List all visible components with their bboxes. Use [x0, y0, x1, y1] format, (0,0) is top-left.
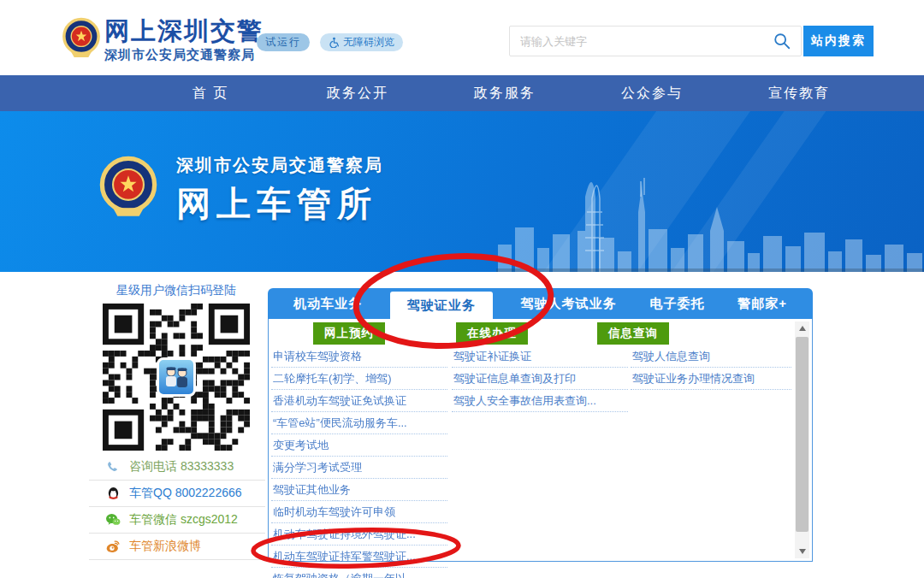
wechat-icon [104, 513, 121, 527]
section-header-info-query: 信息查询 [597, 322, 669, 345]
service-link[interactable]: 驾驶证信息单查询及打印 [452, 368, 628, 390]
service-panel-body: 网上预约 在线办理 信息查询 申请校车驾驶资格二轮摩托车(初学、增驾)香港机动车… [268, 319, 813, 562]
search-icon[interactable] [773, 32, 791, 50]
banner-brand: 深圳市公安局交通警察局 网上车管所 [96, 154, 383, 227]
phone-icon [104, 460, 121, 474]
site-title-block: 网上深圳交警 深圳市公安局交通警察局 [104, 17, 264, 63]
site-title: 网上深圳交警 [104, 17, 264, 45]
service-link[interactable]: 机动车驾驶证持境外驾驶证... [271, 523, 447, 546]
scroll-up-arrow[interactable] [795, 321, 809, 335]
wechat-login-title: 星级用户微信扫码登陆 [86, 283, 267, 298]
nav-item-public[interactable]: 公众参与 [578, 75, 726, 111]
banner-org-name: 深圳市公安局交通警察局 [176, 154, 383, 177]
nav-item-home[interactable]: 首 页 [137, 75, 284, 111]
banner-title: 网上车管所 [176, 180, 383, 227]
scroll-down-arrow[interactable] [795, 545, 809, 558]
qq-icon [104, 487, 121, 501]
city-skyline-graphic [496, 152, 924, 272]
site-search-button[interactable]: 站内搜索 [803, 26, 874, 56]
site-header: 网上深圳交警 深圳市公安局交通警察局 试运行 无障碍浏览 站内搜索 [0, 0, 924, 75]
nav-item-gov-service[interactable]: 政务服务 [431, 75, 578, 111]
scrollbar-thumb[interactable] [796, 337, 808, 532]
contact-qq[interactable]: 车管QQ 8002222666 [89, 481, 265, 507]
banner: 深圳市公安局交通警察局 网上车管所 [0, 111, 924, 272]
trial-run-badge: 试运行 [257, 33, 310, 51]
service-link[interactable]: 满分学习考试受理 [271, 457, 447, 479]
link-column-query: 驾驶人信息查询驾驶证业务办理情况查询 [631, 345, 791, 390]
service-link[interactable]: 二轮摩托车(初学、增驾) [271, 368, 447, 390]
main-nav: 首 页 政务公开 政务服务 公众参与 宣传教育 [0, 75, 924, 111]
search-input[interactable] [509, 26, 802, 56]
service-link[interactable]: 申请校车驾驶资格 [271, 345, 447, 368]
tab-e-delegation[interactable]: 电子委托 [644, 288, 709, 319]
section-header-online-handling: 在线办理 [456, 322, 528, 345]
section-header-online-booking: 网上预约 [313, 322, 385, 345]
contact-phone-label: 咨询电话 83333333 [129, 459, 234, 475]
contact-weibo-label: 车管新浪微博 [129, 539, 201, 554]
link-column-booking: 申请校车驾驶资格二轮摩托车(初学、增驾)香港机动车驾驶证免试换证“车管e站”便民… [271, 345, 447, 578]
accessibility-button[interactable]: 无障碍浏览 [320, 33, 403, 51]
page: 网上深圳交警 深圳市公安局交通警察局 试运行 无障碍浏览 站内搜索 首 页 政务… [0, 0, 924, 578]
weibo-icon [104, 540, 121, 553]
wheelchair-icon [329, 37, 340, 48]
link-column-handling: 驾驶证补证换证驾驶证信息单查询及打印驾驶人安全事故信用表查询... [452, 345, 628, 412]
contact-wechat[interactable]: 车管微信 szcgs2012 [89, 507, 265, 534]
qr-center-logo [157, 357, 196, 397]
traffic-police-mascots-icon [162, 364, 191, 390]
service-link[interactable]: “车管e站”便民流动服务车... [271, 412, 447, 434]
service-link[interactable]: 驾驶证补证换证 [452, 345, 628, 368]
contact-qq-label: 车管QQ 8002222666 [129, 486, 242, 501]
police-emblem-icon [96, 154, 161, 219]
contact-phone[interactable]: 咨询电话 83333333 [89, 454, 265, 481]
service-link[interactable]: 临时机动车驾驶许可申领 [271, 501, 447, 523]
contact-list: 咨询电话 83333333 车管QQ 8002222666 [89, 454, 265, 560]
service-link[interactable]: 变更考试地 [271, 434, 447, 457]
service-link[interactable]: 恢复驾驶资格（逾期一年以... [271, 568, 447, 578]
contact-weibo[interactable]: 车管新浪微博 [89, 534, 265, 560]
service-link[interactable]: 驾驶人安全事故信用表查询... [452, 390, 628, 412]
service-tabs: 机动车业务 驾驶证业务 驾驶人考试业务 电子委托 警邮家+ [268, 288, 813, 319]
service-panel: 机动车业务 驾驶证业务 驾驶人考试业务 电子委托 警邮家+ 网上预约 在线办理 … [268, 288, 813, 562]
tab-police-post[interactable]: 警邮家+ [732, 288, 792, 319]
service-link[interactable]: 驾驶证业务办理情况查询 [631, 368, 791, 390]
service-link[interactable]: 驾驶证其他业务 [271, 479, 447, 501]
tab-driver-license-services[interactable]: 驾驶证业务 [390, 292, 493, 319]
wechat-login-qr-code [103, 304, 250, 451]
tab-vehicle-services[interactable]: 机动车业务 [288, 288, 367, 319]
contact-wechat-label: 车管微信 szcgs2012 [129, 512, 238, 528]
nav-item-gov-open[interactable]: 政务公开 [284, 75, 431, 111]
site-search: 站内搜索 [509, 26, 802, 56]
service-link[interactable]: 驾驶人信息查询 [631, 345, 791, 368]
police-emblem-icon [60, 16, 103, 59]
service-link[interactable]: 机动车驾驶证持军警驾驶证... [271, 546, 447, 568]
nav-item-education[interactable]: 宣传教育 [726, 75, 873, 111]
panel-scrollbar[interactable] [795, 321, 809, 558]
service-link[interactable]: 香港机动车驾驶证免试换证 [271, 390, 447, 412]
tab-driver-exam-services[interactable]: 驾驶人考试业务 [516, 288, 622, 319]
site-subtitle: 深圳市公安局交通警察局 [104, 47, 264, 63]
